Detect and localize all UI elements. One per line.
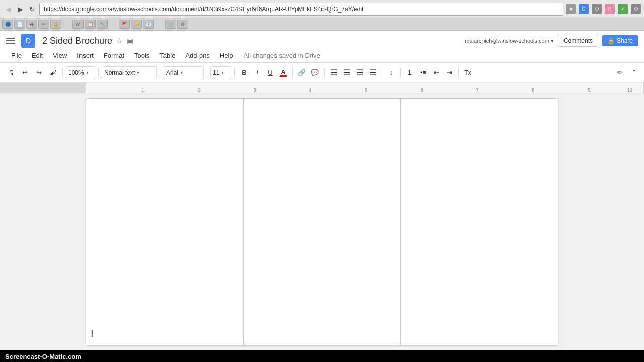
toolbar-separator-3: [160, 67, 160, 78]
hamburger-menu-icon[interactable]: [6, 38, 15, 44]
undo-button[interactable]: ↩: [18, 66, 31, 79]
ruler-marker: 7: [476, 87, 479, 93]
ext-icon-4[interactable]: ✂: [38, 20, 49, 29]
ruler-marker: 2: [198, 87, 200, 93]
google-docs-icon: D: [21, 34, 35, 48]
ext-icon-10[interactable]: 🔑: [131, 20, 142, 29]
ruler-marker: 6: [421, 87, 423, 93]
bulleted-list-button[interactable]: •≡: [417, 66, 429, 79]
decrease-indent-button[interactable]: ⇤: [430, 66, 442, 79]
insert-link-button[interactable]: 🔗: [296, 66, 308, 79]
screencast-label: Screencast-O-Matic.com: [5, 353, 82, 360]
comments-button[interactable]: Comments: [558, 35, 598, 47]
bookmark-icon[interactable]: ★: [566, 4, 576, 14]
ruler-marker: 8: [532, 87, 534, 93]
browser-icon-5[interactable]: ⚙: [631, 4, 641, 14]
ext-icon-3[interactable]: 🖨: [26, 20, 37, 29]
paint-format-button[interactable]: 🖌: [46, 66, 59, 79]
ext-icon-7[interactable]: 📋: [85, 20, 96, 29]
ext-icon-9[interactable]: 🚩: [119, 20, 130, 29]
expand-button[interactable]: ⌃: [628, 66, 640, 79]
align-center-button[interactable]: ☰: [341, 66, 353, 79]
align-justify-button[interactable]: ☰: [367, 66, 379, 79]
toolbar-separator-1: [62, 67, 63, 78]
share-button[interactable]: 🔒 Share: [602, 35, 638, 46]
text-color-button[interactable]: A: [277, 66, 289, 79]
ext-icon-5[interactable]: 🔒: [50, 20, 61, 29]
ext-icon-12[interactable]: 🛒: [165, 20, 176, 29]
url-bar[interactable]: https://docs.google.com/a/winslow-school…: [39, 3, 564, 16]
menu-view[interactable]: View: [48, 50, 72, 61]
text-style-select[interactable]: Normal text ▾: [102, 66, 157, 79]
screencast-bar: Screencast-O-Matic.com: [0, 350, 644, 362]
align-right-button[interactable]: ☰: [354, 66, 366, 79]
line-spacing-button[interactable]: ↕: [385, 66, 397, 79]
lock-icon: 🔒: [607, 37, 615, 44]
user-email[interactable]: maiarchich@winslow-schools.com ▾: [465, 38, 554, 44]
column-2[interactable]: [244, 99, 401, 345]
menu-help[interactable]: Help: [215, 50, 238, 61]
browser-icon-4[interactable]: ✓: [618, 4, 628, 14]
menu-edit[interactable]: Edit: [27, 50, 48, 61]
increase-indent-button[interactable]: ⇥: [443, 66, 455, 79]
save-status: All changes saved in Drive: [244, 52, 320, 59]
ruler-marker: 4: [309, 87, 311, 93]
column-1[interactable]: [86, 99, 244, 345]
ext-icon-2[interactable]: 📄: [14, 20, 25, 29]
numbered-list-button[interactable]: 1.: [404, 66, 416, 79]
document-page[interactable]: I: [86, 98, 558, 345]
ruler-marker: 1: [142, 87, 144, 93]
toolbar-separator-5: [234, 67, 235, 78]
font-value: Arial: [166, 69, 178, 76]
insert-comment-button[interactable]: 💬: [309, 66, 321, 79]
ext-icon-13[interactable]: ⚙: [177, 20, 188, 29]
menu-insert[interactable]: Insert: [72, 50, 99, 61]
ext-icon-8[interactable]: 🔧: [97, 20, 108, 29]
size-dropdown-icon: ▾: [221, 70, 224, 75]
menu-tools[interactable]: Tools: [129, 50, 154, 61]
text-color-indicator: [280, 75, 287, 77]
bold-button[interactable]: B: [238, 66, 250, 79]
menu-file[interactable]: File: [6, 50, 27, 61]
zoom-select[interactable]: 100% ▾: [66, 66, 95, 79]
ruler-marker: 9: [588, 87, 590, 93]
menu-format[interactable]: Format: [99, 50, 129, 61]
document-area: 1 2 3 4 5 6 7 8 9 10: [0, 83, 644, 350]
refresh-btn[interactable]: ↻: [27, 4, 37, 14]
nav-forward-btn[interactable]: ▶: [15, 4, 25, 14]
column-3[interactable]: [401, 99, 558, 345]
menu-bar: File Edit View Insert Format Tools Table…: [6, 49, 638, 62]
folder-icon[interactable]: ▣: [127, 37, 133, 45]
text-color-label: A: [281, 69, 285, 75]
underline-button[interactable]: U: [264, 66, 276, 79]
ruler-marker: 3: [253, 87, 256, 93]
clear-format-button[interactable]: Tx: [462, 66, 474, 79]
browser-icon-3[interactable]: P: [605, 4, 615, 14]
toolbar-separator-8: [382, 67, 382, 78]
print-button[interactable]: 🖨: [4, 66, 17, 79]
text-style-value: Normal text: [104, 69, 135, 76]
ext-icon-11[interactable]: 📧: [143, 20, 154, 29]
toolbar: 🖨 ↩ ↪ 🖌 100% ▾ Normal text ▾ Arial ▾ 11 …: [0, 63, 644, 83]
italic-button[interactable]: I: [251, 66, 263, 79]
doc-title: 2 Sided Brochure: [42, 36, 112, 46]
text-cursor: I: [91, 328, 94, 338]
align-left-button[interactable]: ☰: [328, 66, 340, 79]
font-dropdown-icon: ▾: [180, 70, 183, 75]
menu-addons[interactable]: Add-ons: [180, 50, 214, 61]
edit-mode-button[interactable]: ✏: [614, 66, 626, 79]
font-select[interactable]: Arial ▾: [164, 66, 204, 79]
toolbar-separator-7: [324, 67, 325, 78]
font-size-select[interactable]: 11 ▾: [210, 66, 231, 79]
browser-icon-2[interactable]: ⚙: [592, 4, 602, 14]
menu-table[interactable]: Table: [154, 50, 180, 61]
browser-icon-1[interactable]: G: [579, 4, 589, 14]
redo-button[interactable]: ↪: [32, 66, 45, 79]
star-icon[interactable]: ☆: [116, 37, 123, 45]
ext-icon-1[interactable]: 🔵: [2, 20, 13, 29]
share-label: Share: [617, 37, 633, 44]
style-dropdown-icon: ▾: [137, 70, 139, 75]
toolbar-separator-10: [458, 67, 459, 78]
nav-back-btn[interactable]: ◀: [3, 4, 13, 14]
ext-icon-6[interactable]: W: [72, 20, 84, 29]
